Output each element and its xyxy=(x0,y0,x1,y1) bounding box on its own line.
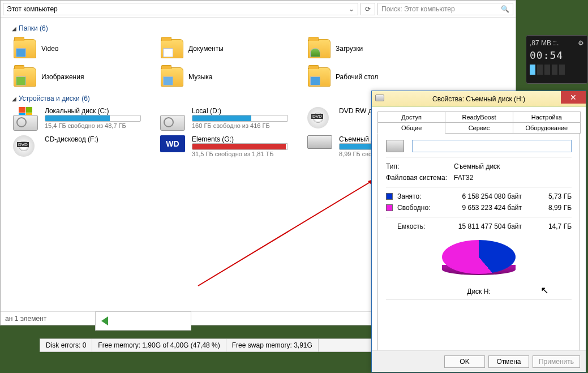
drive-g[interactable]: WD Elements (G:)31,5 ГБ свободно из 1,81… xyxy=(159,133,306,161)
free-gb: 8,99 ГБ xyxy=(526,204,572,212)
drive-f[interactable]: CD-дисковод (F:) xyxy=(12,133,159,161)
used-bytes: 6 158 254 080 байт xyxy=(452,192,522,200)
drive-icon xyxy=(386,140,404,152)
folder-music[interactable]: Музыка xyxy=(159,63,306,91)
cd-icon xyxy=(13,135,35,157)
free-label: Свободно: xyxy=(397,204,447,212)
wd-icon: WD xyxy=(160,135,185,152)
dialog-titlebar[interactable]: Свойства: Съемный диск (H:) ✕ xyxy=(372,91,586,107)
usage-bar xyxy=(45,115,141,122)
dvd-icon xyxy=(307,107,329,128)
tab-customize[interactable]: Настройка xyxy=(513,112,581,122)
used-swatch xyxy=(386,193,393,200)
used-gb: 5,73 ГБ xyxy=(526,192,572,200)
folder-documents[interactable]: Документы xyxy=(159,35,306,63)
search-icon: 🔍 xyxy=(501,5,509,13)
capacity-bytes: 15 811 477 504 байт xyxy=(452,222,522,230)
type-label: Тип: xyxy=(386,162,454,170)
cancel-button[interactable]: Отмена xyxy=(488,355,529,368)
drive-d[interactable]: Local (D:)160 ГБ свободно из 416 ГБ xyxy=(159,105,306,133)
gadget-bars xyxy=(530,65,584,75)
close-button[interactable]: ✕ xyxy=(561,91,586,104)
hdd-icon xyxy=(13,115,38,131)
drive-c[interactable]: Локальный диск (C:)15,4 ГБ свободно из 4… xyxy=(12,105,159,133)
free-swatch xyxy=(386,204,393,211)
dialog-buttons: OK Отмена Применить xyxy=(372,350,586,372)
free-memory: Free memory: 1,90G of 4,00G (47,48 %) xyxy=(92,339,226,351)
free-swap: Free swap memory: 3,91G xyxy=(226,339,319,351)
search-placeholder: Поиск: Этот компьютер xyxy=(381,5,455,13)
gadget-time: 00:54 xyxy=(530,49,584,61)
breadcrumb-text: Этот компьютер xyxy=(7,5,58,13)
type-value: Съемный диск xyxy=(454,162,500,170)
folders-grid: Video Документы Загрузки Изображения Муз… xyxy=(12,35,511,91)
fs-value: FAT32 xyxy=(454,174,473,182)
tab-hardware[interactable]: Оборудование xyxy=(513,122,581,134)
arrow-left-icon xyxy=(101,316,108,325)
tab-service[interactable]: Сервис xyxy=(445,122,513,134)
collapse-icon: ◢ xyxy=(12,96,16,102)
drive-label-input[interactable] xyxy=(412,140,572,152)
refresh-button[interactable]: ⟳ xyxy=(360,3,375,15)
apply-button[interactable]: Применить xyxy=(533,355,580,368)
address-bar: Этот компьютер ⌄ ⟳ Поиск: Этот компьютер… xyxy=(1,1,516,18)
tab-general[interactable]: Общие xyxy=(377,122,445,134)
folder-desktop[interactable]: Рабочий стол xyxy=(306,63,453,91)
desktop-gadget[interactable]: ,87 MB ::.⚙ 00:54 xyxy=(526,35,588,84)
search-input[interactable]: Поиск: Этот компьютер 🔍 xyxy=(377,3,513,15)
breadcrumb-bar[interactable]: Этот компьютер ⌄ xyxy=(3,3,358,15)
capacity-gb: 14,7 ГБ xyxy=(526,222,572,230)
gear-icon[interactable]: ⚙ xyxy=(578,39,584,47)
folders-group-header[interactable]: ◢ Папки (6) xyxy=(12,24,511,32)
fs-label: Файловая система: xyxy=(386,174,454,182)
free-bytes: 9 653 223 424 байт xyxy=(452,204,522,212)
used-label: Занято: xyxy=(397,192,447,200)
properties-dialog: Свойства: Съемный диск (H:) ✕ Доступ Rea… xyxy=(371,91,586,372)
usb-drive-icon xyxy=(307,135,332,149)
tab-readyboost[interactable]: ReadyBoost xyxy=(445,112,513,122)
gadget-mb: ,87 MB ::. xyxy=(530,39,559,47)
drive-icon xyxy=(375,95,384,101)
tab-access[interactable]: Доступ xyxy=(377,112,445,122)
folder-video[interactable]: Video xyxy=(12,35,159,63)
usage-pie-chart xyxy=(439,240,518,285)
folder-pictures[interactable]: Изображения xyxy=(12,63,159,91)
cursor-icon: ↖ xyxy=(540,284,549,297)
chevron-down-icon[interactable]: ⌄ xyxy=(349,5,354,13)
usage-bar xyxy=(192,115,288,122)
capacity-label: Емкость: xyxy=(397,222,447,230)
disk-errors: Disk errors: 0 xyxy=(40,339,92,351)
tab-panel-general: Тип:Съемный диск Файловая система:FAT32 … xyxy=(377,133,580,363)
collapse-icon: ◢ xyxy=(12,25,16,32)
dialog-title: Свойства: Съемный диск (H:) xyxy=(432,95,525,103)
usage-bar xyxy=(192,143,288,150)
go-back-button[interactable] xyxy=(95,311,191,331)
ok-button[interactable]: OK xyxy=(444,355,485,368)
folder-downloads[interactable]: Загрузки xyxy=(306,35,453,63)
hdd-icon xyxy=(160,115,185,131)
